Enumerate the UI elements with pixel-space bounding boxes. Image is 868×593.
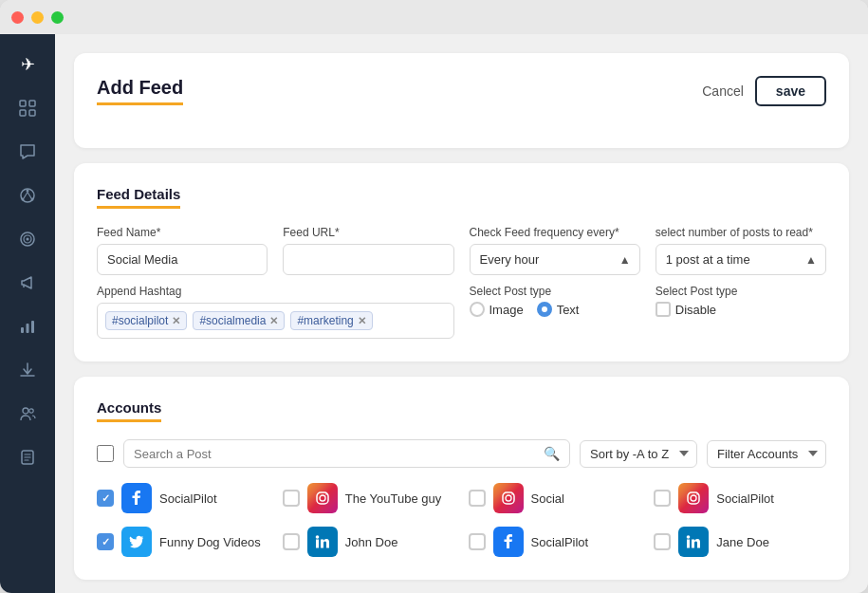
maximize-button[interactable] (51, 11, 64, 24)
account-checkbox[interactable] (283, 533, 300, 550)
hashtag-remove-icon[interactable]: ✕ (358, 316, 366, 326)
hashtag-tag: #socialmedia ✕ (193, 311, 285, 330)
svg-rect-3 (29, 110, 35, 116)
account-avatar-linkedin (678, 527, 709, 557)
disable-checkbox-box (656, 302, 671, 317)
radio-text[interactable]: Text (537, 302, 580, 317)
svg-point-20 (320, 495, 325, 501)
post-type-left-label: Select Post type (470, 285, 640, 298)
header-card: Add Feed Cancel save (74, 53, 849, 148)
sidebar-icon-users[interactable] (9, 395, 46, 433)
feed-url-field: Feed URL* (283, 226, 453, 275)
svg-rect-14 (27, 324, 29, 333)
main-content: Add Feed Cancel save Feed Details Feed N… (55, 34, 868, 593)
sidebar-icon-chat[interactable] (9, 133, 46, 171)
account-name: Funny Dog Videos (159, 535, 261, 549)
svg-point-24 (511, 493, 513, 495)
hashtag-tag: #socialpilot ✕ (105, 311, 187, 330)
svg-point-26 (691, 495, 696, 501)
account-checkbox[interactable] (654, 533, 671, 550)
svg-line-9 (24, 193, 28, 199)
svg-point-29 (315, 535, 319, 539)
account-item: SocialPilot (654, 483, 826, 513)
account-avatar-linkedin (307, 527, 338, 557)
account-item: Jane Doe (654, 527, 826, 557)
account-name: Jane Doe (716, 535, 769, 549)
radio-image[interactable]: Image (470, 302, 524, 317)
cancel-button[interactable]: Cancel (702, 83, 744, 99)
svg-point-16 (23, 408, 28, 414)
account-name: John Doe (345, 535, 398, 549)
svg-point-31 (687, 535, 691, 539)
sidebar-icon-paper-plane[interactable]: ✈ (9, 46, 46, 83)
select-all-checkbox[interactable] (97, 445, 114, 462)
account-checkbox[interactable] (97, 490, 114, 507)
sidebar-icon-book[interactable] (9, 438, 46, 476)
post-type-right-field: Select Post type Disable (656, 285, 826, 339)
close-button[interactable] (11, 11, 24, 24)
hashtag-field: Append Hashtag #socialpilot ✕ #socialmed… (97, 285, 454, 339)
feed-details-title: Feed Details (97, 186, 180, 209)
account-avatar-instagram (678, 483, 709, 513)
search-icon: 🔍 (544, 446, 560, 461)
feed-details-form: Feed Name* Feed URL* Check Feed frequenc… (97, 226, 826, 275)
hashtag-remove-icon[interactable]: ✕ (172, 316, 180, 326)
post-type-right-label: Select Post type (656, 285, 826, 298)
svg-rect-13 (21, 327, 24, 333)
radio-text-label: Text (557, 303, 580, 317)
account-name: SocialPilot (716, 491, 774, 506)
title-bar (0, 0, 868, 34)
hashtag-text: #socialpilot (112, 314, 168, 327)
svg-point-12 (27, 238, 29, 241)
account-avatar-facebook (121, 483, 152, 513)
account-name: The YouTube guy (345, 491, 441, 506)
hashtag-label: Append Hashtag (97, 285, 454, 298)
sidebar-icon-target[interactable] (9, 220, 46, 258)
account-name: SocialPilot (159, 491, 217, 506)
minimize-button[interactable] (31, 11, 44, 24)
account-checkbox[interactable] (469, 533, 486, 550)
feed-details-form-bottom: Append Hashtag #socialpilot ✕ #socialmed… (97, 285, 826, 339)
account-avatar-instagram (307, 483, 338, 513)
posts-count-select-wrapper: 1 post at a time 2 posts at a time 5 pos… (656, 244, 826, 275)
radio-image-circle (470, 302, 485, 317)
feed-name-input[interactable] (97, 244, 268, 275)
feed-details-card: Feed Details Feed Name* Feed URL* Chec (74, 163, 849, 361)
sidebar-icon-bar-chart[interactable] (9, 307, 46, 345)
feed-url-label: Feed URL* (283, 226, 453, 239)
post-type-left-field: Select Post type Image Text (470, 285, 640, 339)
account-checkbox[interactable] (283, 490, 300, 507)
feed-url-input[interactable] (283, 244, 453, 275)
account-checkbox[interactable] (654, 490, 671, 507)
account-item: John Doe (283, 527, 455, 557)
save-button[interactable]: save (755, 76, 826, 106)
account-checkbox[interactable] (97, 533, 114, 550)
frequency-select-wrapper: Every hour Every 30 minutes Every 2 hour… (470, 244, 640, 275)
disable-checkbox[interactable]: Disable (656, 302, 716, 317)
post-type-checkbox-group: Disable (656, 302, 826, 317)
svg-rect-30 (687, 540, 690, 548)
sidebar-icon-grid[interactable] (9, 89, 46, 127)
hashtag-tag: #marketing ✕ (290, 311, 372, 330)
account-checkbox[interactable] (469, 490, 486, 507)
hashtag-input-box[interactable]: #socialpilot ✕ #socialmedia ✕ #marketing… (97, 303, 454, 339)
sort-select[interactable]: Sort by -A to Z Sort by -Z to A (580, 440, 697, 468)
hashtag-remove-icon[interactable]: ✕ (269, 316, 278, 326)
hashtag-text: #socialmedia (199, 314, 266, 327)
posts-count-select[interactable]: 1 post at a time 2 posts at a time 5 pos… (656, 244, 826, 275)
posts-count-label: select number of posts to read* (656, 226, 826, 239)
disable-label: Disable (675, 303, 716, 317)
svg-point-27 (696, 493, 698, 495)
svg-rect-28 (316, 540, 319, 548)
filter-select[interactable]: Filter Accounts Facebook Instagram Twitt… (707, 440, 826, 468)
search-input[interactable] (134, 447, 538, 461)
sidebar-icon-network[interactable] (9, 176, 46, 214)
frequency-select[interactable]: Every hour Every 30 minutes Every 2 hour… (470, 244, 640, 275)
post-type-radio-group: Image Text (470, 302, 640, 317)
svg-point-17 (29, 409, 33, 413)
account-grid: SocialPilot The YouTube guy (97, 483, 826, 557)
account-item: SocialPilot (469, 527, 641, 557)
account-avatar-instagram (493, 483, 524, 513)
sidebar-icon-download[interactable] (9, 351, 46, 389)
sidebar-icon-megaphone[interactable] (9, 264, 46, 302)
